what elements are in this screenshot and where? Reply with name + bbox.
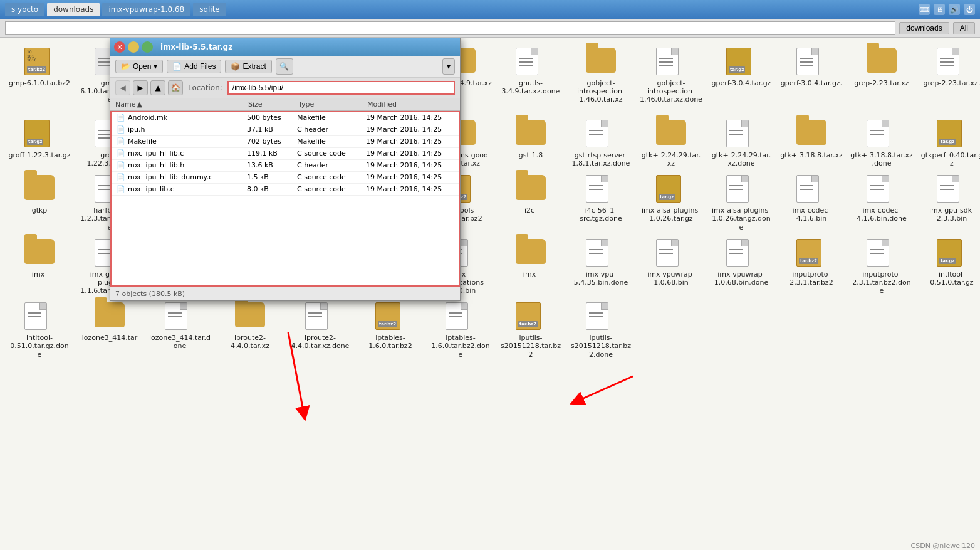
- list-item[interactable]: tar.bz2 iputils-s20151218.tar.bz2: [496, 299, 565, 362]
- file-icon-tar: tar.bz2: [375, 302, 405, 332]
- col-size-header[interactable]: Size: [248, 100, 298, 108]
- list-item[interactable]: gst-rtsp-server-1.8.1.tar.xz.done: [566, 116, 635, 171]
- table-row[interactable]: 📄mxc_ipu_hl_lib_dummy.c 1.5 kB C source …: [112, 172, 459, 184]
- location-input[interactable]: [227, 81, 455, 95]
- tab-sqlite[interactable]: sqlite: [193, 3, 226, 16]
- list-item[interactable]: gobject-introspection-1.46.0.tar.xz: [566, 44, 635, 116]
- list-item[interactable]: gtkp: [5, 171, 74, 235]
- search-button[interactable]: 🔍: [276, 58, 293, 75]
- list-item[interactable]: tar.bz2 inputproto-2.3.1.tar.bz2: [777, 235, 846, 299]
- tab-yocto[interactable]: s yocto: [5, 3, 44, 16]
- list-item[interactable]: i4c-56_1-src.tgz.done: [566, 171, 635, 235]
- volume-icon[interactable]: 🔊: [949, 4, 960, 15]
- file-icon-doc: [796, 48, 826, 78]
- list-item[interactable]: inputproto-2.3.1.tar.bz2.done: [847, 235, 916, 299]
- list-item[interactable]: iputils-s20151218.tar.bz2.done: [566, 299, 635, 362]
- open-dropdown-icon: ▾: [154, 62, 157, 71]
- row-type: C source code: [297, 149, 366, 158]
- list-item[interactable]: tar.gz intltool-0.51.0.tar.gz: [917, 235, 980, 299]
- file-icon-doc: [586, 175, 616, 205]
- nav-back-button[interactable]: ◀: [115, 80, 130, 95]
- all-button[interactable]: All: [953, 22, 975, 34]
- list-item[interactable]: imx-: [5, 235, 74, 299]
- open-button[interactable]: 📂 Open ▾: [115, 60, 163, 73]
- file-label: iproute2-4.4.0.tar.xz: [219, 334, 281, 350]
- list-item[interactable]: iproute2-4.4.0.tar.xz: [216, 299, 284, 362]
- row-name: 📄mxc_ipu_hl_lib.h: [117, 161, 247, 170]
- table-row[interactable]: 📄mxc_ipu_hl_lib.c 119.1 kB C source code…: [112, 148, 459, 160]
- add-files-button[interactable]: 📄 Add Files: [167, 60, 221, 73]
- list-item[interactable]: tar.gz groff-1.22.3.tar.gz: [5, 116, 74, 171]
- list-item[interactable]: tar.gz imx-alsa-plugins-1.0.26.tar.gz: [637, 171, 706, 235]
- table-row[interactable]: 📄mxc_ipu_hl_lib.h 13.6 kB C header 19 Ma…: [112, 160, 459, 172]
- keyboard-icon[interactable]: ⌨: [919, 4, 930, 15]
- list-item[interactable]: iozone3_414.tar: [75, 299, 144, 362]
- list-item[interactable]: gtk+-3.18.8.tar.xz.done: [847, 116, 916, 171]
- file-icon-doc: [586, 302, 616, 332]
- file-label: imx-gpu-sdk-2.3.3.bin: [920, 206, 980, 223]
- dialog-close-button[interactable]: ✕: [114, 41, 125, 53]
- list-item[interactable]: imx-codec-4.1.6.bin.done: [847, 171, 916, 235]
- list-item[interactable]: imx-gpu-sdk-2.3.3.bin: [917, 171, 980, 235]
- downloads-label[interactable]: downloads: [899, 22, 949, 34]
- list-item[interactable]: tar.gz gtkperf_0.40.tar.gz: [917, 116, 980, 171]
- view-options-button[interactable]: ▾: [442, 58, 455, 75]
- list-item[interactable]: gnutls-3.4.9.tar.xz.done: [496, 44, 565, 116]
- nav-up-button[interactable]: ▲: [150, 80, 165, 95]
- list-item[interactable]: tar.bz2101011010 gmp-6.1.0.tar.bz2: [5, 44, 74, 116]
- table-row[interactable]: 📄mxc_ipu_lib.c 8.0 kB C source code 19 M…: [112, 184, 459, 196]
- list-item[interactable]: grep-2.23.tar.xz: [847, 44, 916, 116]
- search-input[interactable]: [5, 21, 895, 35]
- file-label: iozone3_414.tar.done: [149, 334, 211, 350]
- table-row[interactable]: 📄ipu.h 37.1 kB C header 19 March 2016, 1…: [112, 124, 459, 136]
- list-item[interactable]: tar.gz gperf-3.0.4.tar.gz: [707, 44, 776, 116]
- add-icon: 📄: [172, 62, 182, 71]
- list-item[interactable]: gobject-introspection-1.46.0.tar.xz.done: [637, 44, 706, 116]
- list-item[interactable]: imx-: [496, 235, 565, 299]
- row-size: 119.1 kB: [247, 149, 297, 158]
- list-item[interactable]: gperf-3.0.4.tar.gz.: [777, 44, 846, 116]
- open-label: Open: [133, 62, 151, 71]
- file-label: gmp-6.1.0.tar.bz2: [9, 79, 70, 87]
- list-item[interactable]: imx-vpuwrap-1.0.68.bin.done: [707, 235, 776, 299]
- list-item[interactable]: imx-vpu-5.4.35.bin.done: [566, 235, 635, 299]
- dialog-minimize-button[interactable]: [128, 41, 139, 53]
- file-icon-folder: [516, 175, 546, 205]
- file-label: imx-codec-4.1.6.bin: [780, 206, 843, 223]
- file-icon-tar: tar.gz: [656, 175, 686, 205]
- list-item[interactable]: i2c-: [496, 171, 565, 235]
- table-row[interactable]: 📄Android.mk 500 bytes Makefile 19 March …: [112, 112, 459, 124]
- col-modified-header[interactable]: Modified: [367, 100, 455, 108]
- nav-home-button[interactable]: 🏠: [168, 80, 183, 95]
- list-item[interactable]: gtk+-3.18.8.tar.xz: [777, 116, 846, 171]
- list-item[interactable]: imx-codec-4.1.6.bin: [777, 171, 846, 235]
- file-icon-folder: [656, 120, 686, 150]
- extract-button[interactable]: 📦 Extract: [225, 60, 271, 73]
- monitor-icon[interactable]: 🖥: [934, 4, 945, 15]
- file-label: i4c-56_1-src.tgz.done: [570, 206, 632, 223]
- list-item[interactable]: iozone3_414.tar.done: [145, 299, 214, 362]
- list-item[interactable]: iproute2-4.4.0.tar.xz.done: [286, 299, 355, 362]
- list-item[interactable]: imx-vpuwrap-1.0.68.bin: [637, 235, 706, 299]
- tab-downloads[interactable]: downloads: [47, 3, 100, 16]
- list-item[interactable]: tar.bz2 iptables-1.6.0.tar.bz2: [356, 299, 425, 362]
- col-type-header[interactable]: Type: [298, 100, 367, 108]
- list-item[interactable]: gtk+-2.24.29.tar.xz: [637, 116, 706, 171]
- dialog-maximize-button[interactable]: [142, 41, 153, 53]
- nav-forward-button[interactable]: ▶: [133, 80, 148, 95]
- list-item[interactable]: grep-2.23.tar.xz.: [917, 44, 980, 116]
- list-item[interactable]: imx-alsa-plugins-1.0.26.tar.gz.done: [707, 171, 776, 235]
- power-icon[interactable]: ⏻: [964, 4, 975, 15]
- file-label: gtk+-2.24.29.tar.xz.done: [710, 151, 773, 167]
- list-item[interactable]: gtk+-2.24.29.tar.xz.done: [707, 116, 776, 171]
- col-name-header[interactable]: Name ▲: [115, 100, 248, 108]
- table-row[interactable]: 📄Makefile 702 bytes Makefile 19 March 20…: [112, 136, 459, 148]
- file-icon-tar: tar.gz: [726, 48, 756, 78]
- list-item[interactable]: iptables-1.6.0.tar.bz2.done: [426, 299, 495, 362]
- file-icon-folder: [235, 302, 265, 332]
- tab-imx-vpuwrap[interactable]: imx-vpuwrap-1.0.68: [102, 3, 190, 16]
- file-icon-doc: [305, 302, 335, 332]
- list-item[interactable]: gst-1.8: [496, 116, 565, 171]
- list-item[interactable]: intltool-0.51.0.tar.gz.done: [5, 299, 74, 362]
- file-icon-doc: [446, 302, 476, 332]
